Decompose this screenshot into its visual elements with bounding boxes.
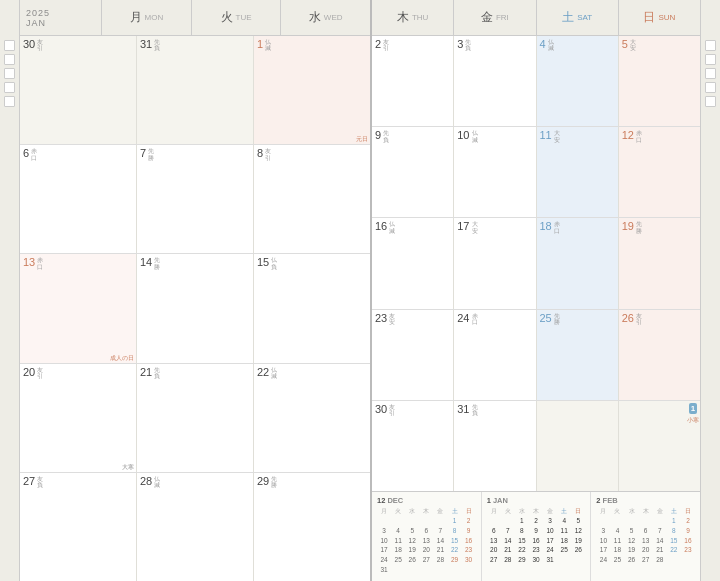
check-r5[interactable] <box>705 96 716 107</box>
day-num: 25 <box>540 312 552 325</box>
col-tue: 火 TUE <box>192 0 282 35</box>
check-r1[interactable] <box>705 40 716 51</box>
holiday-label: 成人の日 <box>110 355 134 361</box>
day-num: 15 <box>257 256 269 269</box>
check-r4[interactable] <box>705 82 716 93</box>
day-num: 14 <box>140 256 152 269</box>
check-r2[interactable] <box>705 54 716 65</box>
day-num: 4 <box>540 38 546 51</box>
check-r3[interactable] <box>705 68 716 79</box>
wed-en: WED <box>324 13 343 22</box>
sat-en: SAT <box>577 13 592 22</box>
day-22: 22仏滅 <box>254 364 370 472</box>
day-num: 21 <box>140 366 152 379</box>
tue-en: TUE <box>236 13 252 22</box>
mon-en: MON <box>145 13 164 22</box>
day-num: 5 <box>622 38 628 51</box>
day-11: 11大安 <box>537 127 619 217</box>
col-fri: 金 FRI <box>454 0 536 35</box>
day-28: 28仏滅 <box>137 473 254 581</box>
day-empty-2: 1 小寒 <box>619 401 700 491</box>
day-num: 20 <box>23 366 35 379</box>
year-month-block: 2025 JAN <box>20 0 102 35</box>
day-4: 4仏滅 <box>537 36 619 126</box>
day-num: 19 <box>622 220 634 233</box>
week-row-2-left: 6赤口 7先勝 8友引 <box>20 145 370 254</box>
day-5: 5大安 <box>619 36 700 126</box>
day-13: 13赤口 成人の日 <box>20 254 137 362</box>
calendar-page: 2025 JAN 月 MON 火 TUE 水 WED <box>0 0 720 581</box>
week-row-1-right: 2友引 3先負 4仏滅 5大安 <box>372 36 700 127</box>
day-num: 2 <box>375 38 381 51</box>
day-empty-1 <box>537 401 619 491</box>
day-3: 3先負 <box>454 36 536 126</box>
day-30-prev: 30友引 <box>20 36 137 144</box>
day-10: 10仏滅 <box>454 127 536 217</box>
col-thu: 木 THU <box>372 0 454 35</box>
mini-cal-jan-title: 1 JAN <box>487 496 586 505</box>
week-row-5-right: 30友引 31先負 1 小寒 <box>372 401 700 491</box>
day-num: 11 <box>540 129 552 142</box>
right-weeks: 2友引 3先負 4仏滅 5大安 <box>372 36 700 491</box>
day-15: 15仏負 <box>254 254 370 362</box>
check-4[interactable] <box>4 82 15 93</box>
check-5[interactable] <box>4 96 15 107</box>
day-6: 6赤口 <box>20 145 137 253</box>
day-num: 30 <box>23 38 35 51</box>
day-num: 29 <box>257 475 269 488</box>
day-num: 31 <box>140 38 152 51</box>
col-sat: 土 SAT <box>537 0 619 35</box>
day-7: 7先勝 <box>137 145 254 253</box>
right-header: 木 THU 金 FRI 土 SAT 日 SUN <box>372 0 700 36</box>
col-mon: 月 MON <box>102 0 192 35</box>
fri-en: FRI <box>496 13 509 22</box>
day-20: 20友引 大寒 <box>20 364 137 472</box>
day-16: 16仏滅 <box>372 218 454 308</box>
day-num: 30 <box>375 403 387 416</box>
left-weeks: 30友引 31先負 1仏滅 元日 6赤口 7先勝 <box>20 36 370 581</box>
wed-jp: 水 <box>309 9 321 26</box>
day-num: 26 <box>622 312 634 325</box>
check-3[interactable] <box>4 68 15 79</box>
mini-cal-feb-title: 2 FEB <box>596 496 695 505</box>
week-row-1-left: 30友引 31先負 1仏滅 元日 <box>20 36 370 145</box>
right-sidebar-checks <box>700 0 720 581</box>
check-2[interactable] <box>4 54 15 65</box>
fri-jp: 金 <box>481 9 493 26</box>
day-num: 10 <box>457 129 469 142</box>
thu-jp: 木 <box>397 9 409 26</box>
holiday-label: 元日 <box>356 136 368 142</box>
day-num: 16 <box>375 220 387 233</box>
day-29: 29先勝 <box>254 473 370 581</box>
week-row-5-left: 27友負 28仏滅 29先勝 <box>20 473 370 581</box>
day-21: 21先負 <box>137 364 254 472</box>
day-num: 6 <box>23 147 29 160</box>
mini-cal-dec: 12 DEC 月 火 水 木 金 土 日 <box>372 492 482 581</box>
thu-en: THU <box>412 13 428 22</box>
day-num: 1 <box>257 38 263 51</box>
sidebar-num: 1 <box>689 403 697 414</box>
week-row-2-right: 9先負 10仏滅 11大安 12赤口 <box>372 127 700 218</box>
sat-jp: 土 <box>562 9 574 26</box>
day-27: 27友負 <box>20 473 137 581</box>
mini-cal-dec-title: 12 DEC <box>377 496 476 505</box>
tue-jp: 火 <box>221 9 233 26</box>
day-num: 17 <box>457 220 469 233</box>
sidebar-note: 小寒 <box>687 416 699 425</box>
week-row-4-right: 23友安 24赤口 25先勝 26友引 <box>372 310 700 401</box>
day-num: 22 <box>257 366 269 379</box>
mini-cal-feb: 2 FEB 月 火 水 木 金 土 日 <box>591 492 700 581</box>
week-row-4-left: 20友引 大寒 21先負 22仏滅 <box>20 364 370 473</box>
day-num: 24 <box>457 312 469 325</box>
day-31-prev: 31先負 <box>137 36 254 144</box>
day-30: 30友引 <box>372 401 454 491</box>
day-num: 28 <box>140 475 152 488</box>
mini-cal-feb-grid: 月 火 水 木 金 土 日 1 <box>596 507 695 565</box>
day-25: 25先勝 <box>537 310 619 400</box>
mini-calendars-area: 12 DEC 月 火 水 木 金 土 日 <box>372 491 700 581</box>
day-26: 26友引 <box>619 310 700 400</box>
check-1[interactable] <box>4 40 15 51</box>
day-1: 1仏滅 元日 <box>254 36 370 144</box>
sekki-label: 大寒 <box>122 464 134 470</box>
day-14: 14先勝 <box>137 254 254 362</box>
